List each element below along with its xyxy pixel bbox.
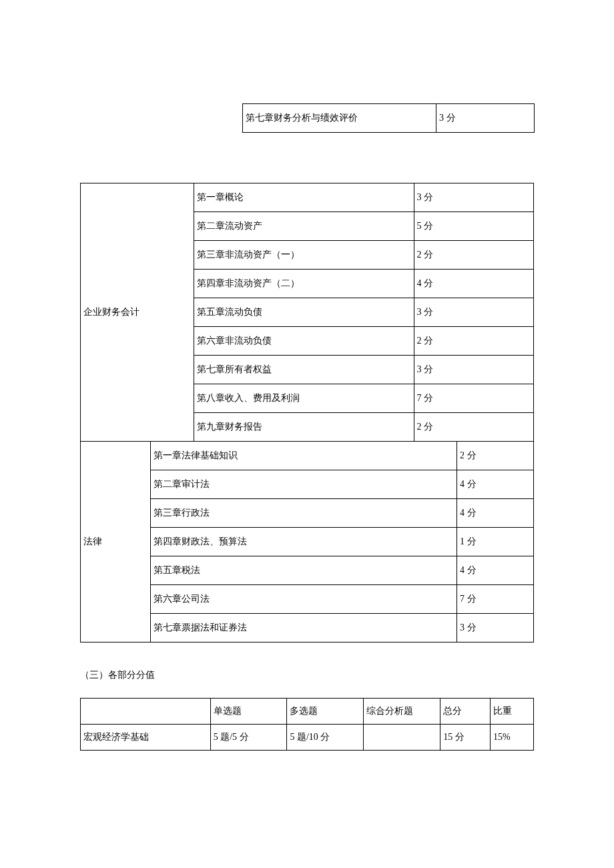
single-cell: 5 题/5 分 — [210, 725, 287, 751]
chapter-cell: 第九章财务报告 — [194, 413, 414, 442]
table-row: 企业财务会计 第一章概论 3 分 — [81, 183, 534, 212]
score-cell: 2 分 — [414, 327, 534, 356]
multi-cell: 5 题/10 分 — [287, 725, 364, 751]
score-cell: 4 分 — [414, 270, 534, 298]
header-cell: 综合分析题 — [364, 699, 440, 725]
table-row: 法律 第一章法律基础知识 2 分 — [81, 442, 534, 470]
header-cell — [81, 699, 211, 725]
chapter-cell: 第六章公司法 — [151, 585, 457, 614]
score-cell: 2 分 — [414, 413, 534, 442]
score-cell: 4 分 — [457, 470, 534, 499]
section-title: （三）各部分分值 — [80, 669, 534, 681]
analysis-cell — [364, 725, 440, 751]
score-cell: 3 分 — [414, 356, 534, 384]
subject-cell-law: 法律 — [81, 442, 151, 642]
chapter-cell: 第五章税法 — [151, 556, 457, 585]
table-header-row: 单选题 多选题 综合分析题 总分 比重 — [81, 699, 534, 725]
total-cell: 15 分 — [440, 725, 491, 751]
score-cell: 3 分 — [436, 104, 535, 133]
score-cell: 4 分 — [457, 499, 534, 528]
chapter-cell: 第五章流动负债 — [194, 298, 414, 327]
header-cell: 单选题 — [210, 699, 287, 725]
chapter-cell: 第二章审计法 — [151, 470, 457, 499]
chapter-cell: 第二章流动资产 — [194, 212, 414, 241]
weight-cell: 15% — [491, 725, 534, 751]
chapter-cell: 第一章法律基础知识 — [151, 442, 457, 470]
header-cell: 多选题 — [287, 699, 364, 725]
score-cell: 3 分 — [414, 298, 534, 327]
top-fragment-table: 第七章财务分析与绩效评价 3 分 — [242, 103, 535, 133]
chapter-cell: 第四章非流动资产（二） — [194, 270, 414, 298]
score-cell: 1 分 — [457, 528, 534, 556]
score-cell: 3 分 — [457, 614, 534, 642]
score-cell: 4 分 — [457, 556, 534, 585]
subject-cell: 宏观经济学基础 — [81, 725, 211, 751]
chapter-cell: 第三章非流动资产（一） — [194, 241, 414, 270]
score-cell: 2 分 — [457, 442, 534, 470]
score-cell: 7 分 — [414, 384, 534, 413]
score-cell: 5 分 — [414, 212, 534, 241]
subject-cell-accounting: 企业财务会计 — [81, 183, 194, 442]
score-cell: 3 分 — [414, 183, 534, 212]
header-cell: 比重 — [491, 699, 534, 725]
chapter-cell: 第四章财政法、预算法 — [151, 528, 457, 556]
score-cell: 7 分 — [457, 585, 534, 614]
chapter-cell: 第七章所有者权益 — [194, 356, 414, 384]
chapter-cell: 第六章非流动负债 — [194, 327, 414, 356]
main-subjects-table: 企业财务会计 第一章概论 3 分 第二章流动资产 5 分 第三章非流动资产（一）… — [80, 183, 534, 642]
chapter-cell: 第一章概论 — [194, 183, 414, 212]
score-cell: 2 分 — [414, 241, 534, 270]
chapter-cell: 第七章票据法和证券法 — [151, 614, 457, 642]
table-row: 第七章财务分析与绩效评价 3 分 — [243, 104, 535, 133]
header-cell: 总分 — [440, 699, 491, 725]
chapter-cell: 第七章财务分析与绩效评价 — [243, 104, 436, 133]
table-row: 宏观经济学基础 5 题/5 分 5 题/10 分 15 分 15% — [81, 725, 534, 751]
chapter-cell: 第三章行政法 — [151, 499, 457, 528]
chapter-cell: 第八章收入、费用及利润 — [194, 384, 414, 413]
score-breakdown-table: 单选题 多选题 综合分析题 总分 比重 宏观经济学基础 5 题/5 分 5 题/… — [80, 698, 534, 751]
